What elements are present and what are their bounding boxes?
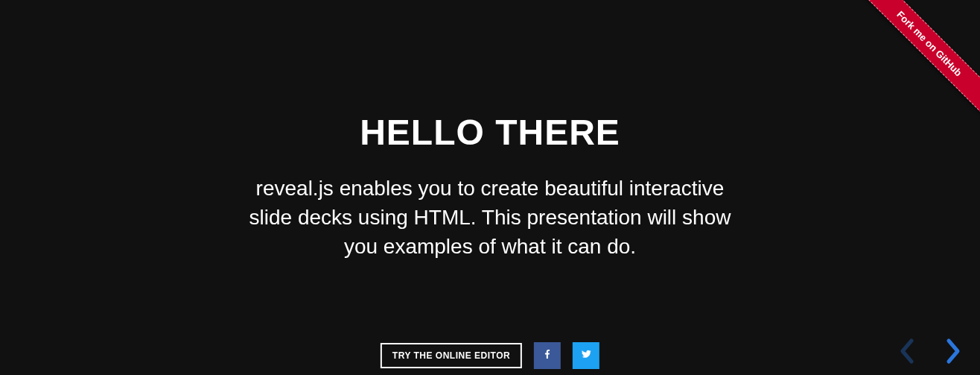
- facebook-icon: [541, 348, 553, 363]
- share-twitter-button[interactable]: [573, 342, 599, 369]
- chevron-left-icon: [897, 338, 917, 368]
- chevron-right-icon: [943, 338, 964, 368]
- slide-body: reveal.js enables you to create beautifu…: [244, 174, 736, 262]
- twitter-icon: [580, 348, 592, 363]
- share-facebook-button[interactable]: [534, 342, 561, 369]
- nav-left-button[interactable]: [891, 336, 923, 369]
- slide: HELLO THERE reveal.js enables you to cre…: [0, 0, 980, 375]
- try-online-editor-button[interactable]: TRY THE ONLINE EDITOR: [381, 343, 522, 368]
- nav-controls: [891, 336, 970, 369]
- bottom-bar: TRY THE ONLINE EDITOR: [381, 342, 599, 369]
- slide-heading: HELLO THERE: [360, 112, 620, 153]
- nav-right-button[interactable]: [937, 336, 970, 369]
